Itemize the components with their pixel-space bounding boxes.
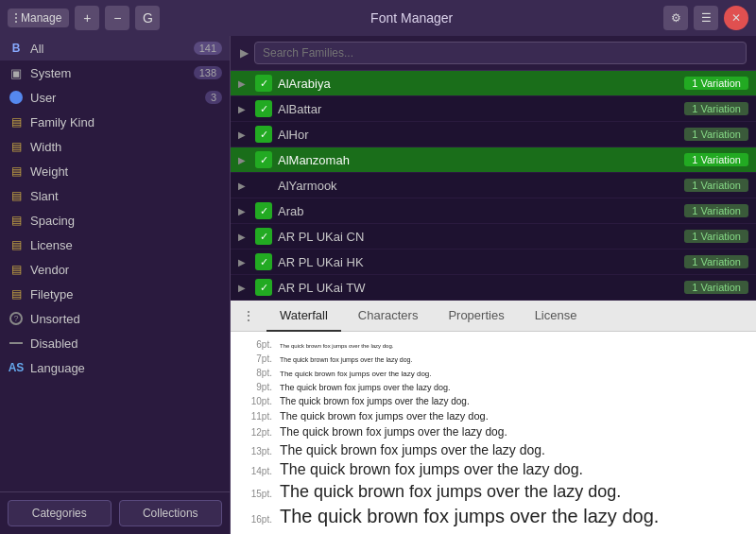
font-name: AR PL UKai TW: [278, 281, 679, 295]
expand-icon: ▶: [240, 46, 249, 60]
all-count: 141: [194, 42, 222, 55]
sidebar-item-filetype[interactable]: ▤ Filetype: [0, 282, 230, 306]
waterfall-content: 6pt. The quick brown fox jumps over the …: [231, 332, 756, 534]
sidebar-item-user[interactable]: User 3: [0, 85, 230, 110]
waterfall-text: The quick brown fox jumps over the lazy …: [280, 442, 545, 457]
waterfall-size: 15pt.: [246, 489, 272, 499]
sidebar-item-family-kind[interactable]: ▤ Family Kind: [0, 110, 230, 134]
categories-button[interactable]: Categories: [8, 500, 112, 526]
waterfall-text: The quick brown fox jumps over the lazy …: [280, 356, 412, 363]
app-title: Font Manager: [165, 10, 658, 26]
sidebar-item-language[interactable]: AS Language: [0, 355, 230, 380]
expand-arrow-icon: ▶: [238, 78, 249, 89]
system-label: System: [30, 66, 188, 80]
font-check-icon: ✓: [255, 279, 272, 296]
sidebar-item-width[interactable]: ▤ Width: [0, 134, 230, 159]
tab-waterfall[interactable]: Waterfall: [266, 301, 341, 332]
sidebar-footer: Categories Collections: [0, 491, 230, 534]
weight-icon: ▤: [8, 163, 25, 180]
font-check-icon: ✓: [255, 126, 272, 143]
waterfall-row: 11pt. The quick brown fox jumps over the…: [246, 410, 741, 422]
vendor-icon: ▤: [8, 261, 25, 278]
user-icon: [8, 89, 25, 106]
font-row[interactable]: ▶ AlYarmook 1 Variation: [231, 173, 756, 198]
sidebar-item-disabled[interactable]: Disabled: [0, 331, 230, 355]
menu-button[interactable]: ☰: [694, 6, 718, 30]
remove-button[interactable]: −: [105, 6, 129, 30]
waterfall-text: The quick brown fox jumps over the lazy …: [280, 343, 393, 349]
waterfall-text: The quick brown fox jumps over the lazy …: [280, 506, 659, 527]
disabled-icon: [8, 335, 25, 352]
waterfall-text: The quick brown fox jumps over the lazy …: [280, 410, 489, 422]
font-name: AlManzomah: [278, 153, 679, 167]
waterfall-size: 13pt.: [246, 446, 272, 456]
waterfall-row: 10pt. The quick brown fox jumps over the…: [246, 396, 741, 406]
font-name: Arab: [278, 204, 679, 218]
search-input[interactable]: [254, 42, 747, 64]
font-check-icon: ✓: [255, 253, 272, 270]
waterfall-size: 16pt.: [246, 514, 272, 525]
waterfall-row: 13pt. The quick brown fox jumps over the…: [246, 442, 741, 457]
font-row[interactable]: ▶ ✓ AlBattar 1 Variation: [231, 96, 756, 122]
sidebar-item-weight[interactable]: ▤ Weight: [0, 159, 230, 183]
waterfall-text: The quick brown fox jumps over the lazy …: [280, 396, 470, 406]
close-button[interactable]: ✕: [724, 6, 748, 30]
sidebar-item-unsorted[interactable]: ? Unsorted: [0, 306, 230, 331]
settings-button[interactable]: ⚙: [663, 6, 688, 30]
waterfall-size: 12pt.: [246, 427, 272, 438]
font-check-icon: ✓: [255, 100, 272, 117]
tab-properties[interactable]: Properties: [435, 301, 517, 332]
sidebar-item-vendor[interactable]: ▤ Vendor: [0, 257, 230, 282]
expand-arrow-icon: ▶: [238, 206, 249, 216]
font-row[interactable]: ▶ ✓ AR PL UKai TW 1 Variation: [231, 275, 756, 301]
sidebar-item-spacing[interactable]: ▤ Spacing: [0, 208, 230, 233]
font-check-icon: ✓: [255, 75, 272, 92]
waterfall-row: 6pt. The quick brown fox jumps over the …: [246, 339, 741, 350]
weight-label: Weight: [30, 164, 222, 179]
variation-badge: 1 Variation: [684, 179, 748, 192]
unsorted-label: Unsorted: [30, 312, 222, 326]
tab-characters[interactable]: Characters: [345, 301, 432, 332]
collections-button[interactable]: Collections: [119, 500, 223, 526]
variation-badge: 1 Variation: [684, 102, 748, 115]
add-button[interactable]: +: [75, 6, 99, 30]
detail-tab-menu-button[interactable]: ⋮: [238, 304, 259, 327]
waterfall-row: 12pt. The quick brown fox jumps over the…: [246, 425, 741, 439]
tab-license[interactable]: License: [522, 301, 591, 332]
g-button[interactable]: G: [135, 6, 160, 30]
manage-button[interactable]: Manage: [8, 9, 69, 27]
font-row[interactable]: ▶ ✓ Arab 1 Variation: [231, 198, 756, 224]
expand-arrow-icon: ▶: [238, 104, 249, 114]
font-row[interactable]: ▶ ✓ AlManzomah 1 Variation: [231, 147, 756, 173]
variation-badge: 1 Variation: [684, 281, 748, 294]
disabled-label: Disabled: [30, 336, 222, 351]
detail-tabs: ⋮ WaterfallCharactersPropertiesLicense: [231, 301, 756, 332]
waterfall-size: 10pt.: [246, 396, 272, 406]
slant-label: Slant: [30, 189, 222, 203]
family-kind-label: Family Kind: [30, 115, 222, 129]
waterfall-row: 15pt. The quick brown fox jumps over the…: [246, 482, 741, 502]
unsorted-icon: ?: [8, 310, 25, 327]
sidebar-item-all[interactable]: B All 141: [0, 36, 230, 60]
font-row[interactable]: ▶ ✓ AlHor 1 Variation: [231, 122, 756, 147]
font-name: AlArabiya: [278, 77, 679, 91]
font-row[interactable]: ▶ ✓ AR PL UKai HK 1 Variation: [231, 250, 756, 275]
expand-arrow-icon: ▶: [238, 181, 249, 191]
font-row[interactable]: ▶ ✓ AR PL UKai CN 1 Variation: [231, 224, 756, 250]
variation-badge: 1 Variation: [684, 128, 748, 141]
language-label: Language: [30, 361, 222, 375]
font-name: AlBattar: [278, 102, 679, 116]
language-icon: AS: [8, 359, 25, 376]
width-label: Width: [30, 140, 222, 154]
license-label: License: [30, 238, 222, 252]
font-row[interactable]: ▶ ✓ AlArabiya 1 Variation: [231, 71, 756, 96]
sidebar-item-license[interactable]: ▤ License: [0, 233, 230, 257]
sidebar-list: B All 141 ▣ System 138 User 3 ▤ Family K…: [0, 36, 230, 491]
sidebar-item-system[interactable]: ▣ System 138: [0, 60, 230, 85]
sidebar-item-slant[interactable]: ▤ Slant: [0, 183, 230, 208]
waterfall-size: 8pt.: [246, 368, 272, 378]
expand-arrow-icon: ▶: [238, 155, 249, 165]
detail-panel: ⋮ WaterfallCharactersPropertiesLicense 6…: [231, 301, 756, 534]
font-list: ▶ ✓ AlArabiya 1 Variation ▶ ✓ AlBattar 1…: [231, 71, 756, 301]
waterfall-size: 14pt.: [246, 466, 272, 476]
